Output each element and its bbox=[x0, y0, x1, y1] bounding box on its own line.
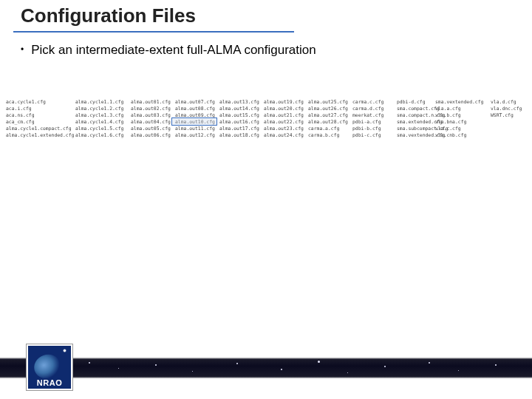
file-cell: pdbi-b.cfg bbox=[352, 126, 397, 132]
file-cell: aca.i.cfg bbox=[6, 106, 75, 112]
file-cell: alma.cycle1.compact.cfg bbox=[6, 126, 75, 132]
file-cell: alma.cycle1.4.cfg bbox=[75, 119, 131, 126]
file-cell: alma.out19.cfg bbox=[264, 99, 308, 106]
file-cell: alma.out24.cfg bbox=[264, 132, 308, 139]
file-cell: vla.bna.cfg bbox=[435, 119, 491, 126]
file-col-2: alma.out01.cfg alma.out02.cfg alma.out03… bbox=[131, 99, 175, 139]
file-cell: alma.out27.cfg bbox=[308, 112, 352, 119]
file-cell: alma.out18.cfg bbox=[219, 132, 264, 139]
file-cell: vla.a.cfg bbox=[435, 106, 491, 112]
nrao-logo: NRAO bbox=[27, 344, 72, 390]
file-cell: aca.cycle1.cfg bbox=[6, 99, 75, 106]
file-cell: alma.out01.cfg bbox=[131, 99, 175, 106]
file-cell: carma.c.cfg bbox=[352, 99, 397, 106]
file-cell: sma.compact.n.cfg bbox=[397, 112, 435, 119]
file-cell: alma.out20.cfg bbox=[264, 106, 308, 112]
file-cell: sma.compact.cfg bbox=[397, 106, 435, 112]
file-cell: alma.out22.cfg bbox=[264, 119, 308, 126]
file-cell: vla.c.cfg bbox=[435, 126, 491, 132]
title-underline bbox=[13, 31, 294, 33]
file-cell: alma.out15.cfg bbox=[219, 112, 264, 119]
file-cell: vla.cnb.cfg bbox=[435, 132, 491, 139]
file-cell: vla.b.cfg bbox=[435, 112, 491, 119]
file-cell bbox=[491, 119, 531, 126]
file-col-6: alma.out25.cfg alma.out26.cfg alma.out27… bbox=[308, 99, 352, 139]
file-cell bbox=[491, 126, 531, 132]
file-cell: alma.out26.cfg bbox=[308, 106, 352, 112]
file-cell: alma.out21.cfg bbox=[264, 112, 308, 119]
file-cell: sma.vextended.cfg bbox=[397, 132, 435, 139]
file-cell: alma.out07.cfg bbox=[175, 99, 219, 106]
file-cell: sma.extended.cfg bbox=[397, 119, 435, 126]
file-cell: alma.out14.cfg bbox=[219, 106, 264, 112]
file-cell: vla.d.cfg bbox=[491, 99, 531, 106]
file-cell: alma.cycle1.6.cfg bbox=[75, 132, 131, 139]
logo-text: NRAO bbox=[28, 378, 71, 387]
file-col-10: vla.d.cfg vla.dnc.cfg WSRT.cfg bbox=[491, 99, 531, 139]
file-col-1: alma.cycle1.1.cfg alma.cycle1.2.cfg alma… bbox=[75, 99, 131, 139]
file-cell: alma.out12.cfg bbox=[175, 132, 219, 139]
file-cell: alma.out23.cfg bbox=[264, 126, 308, 132]
file-cell: alma.out08.cfg bbox=[175, 106, 219, 112]
file-cell: carma.a.cfg bbox=[308, 126, 352, 132]
file-cell: alma.out02.cfg bbox=[131, 106, 175, 112]
logo-swirl-icon bbox=[31, 351, 64, 382]
file-cell: alma.cycle1.1.cfg bbox=[75, 99, 131, 106]
footer: NRAO bbox=[0, 344, 532, 392]
file-cell: alma.out28.cfg bbox=[308, 119, 352, 126]
file-cell: pdbi-a.cfg bbox=[352, 119, 397, 126]
file-col-4: alma.out13.cfg alma.out14.cfg alma.out15… bbox=[219, 99, 264, 139]
selection-highlight bbox=[171, 117, 217, 126]
file-listing: aca.cycle1.cfg aca.i.cfg aca.ns.cfg aca_… bbox=[6, 99, 531, 139]
file-cell: sma.vextended.cfg bbox=[435, 99, 491, 106]
file-cell: carma.d.cfg bbox=[352, 106, 397, 112]
file-cell: vla.dnc.cfg bbox=[491, 106, 531, 112]
file-col-0: aca.cycle1.cfg aca.i.cfg aca.ns.cfg aca_… bbox=[6, 99, 75, 139]
file-cell: alma.out13.cfg bbox=[219, 99, 264, 106]
file-cell: alma.out04.cfg bbox=[131, 119, 175, 126]
file-cell: alma.out11.cfg bbox=[175, 126, 219, 132]
file-cell: aca.ns.cfg bbox=[6, 112, 75, 119]
file-col-8: pdbi-d.cfg sma.compact.cfg sma.compact.n… bbox=[397, 99, 435, 139]
file-cell: meerkat.cfg bbox=[352, 112, 397, 119]
bullet-text: Pick an intermediate-extent full-ALMA co… bbox=[31, 43, 316, 58]
file-col-9: sma.vextended.cfg vla.a.cfg vla.b.cfg vl… bbox=[435, 99, 491, 139]
file-cell: pdbi-c.cfg bbox=[352, 132, 397, 139]
file-cell: alma.out06.cfg bbox=[131, 132, 175, 139]
file-cell: aca_cm.cfg bbox=[6, 119, 75, 126]
file-cell: alma.cycle1.extended.cfg bbox=[6, 132, 75, 139]
file-cell: alma.out17.cfg bbox=[219, 126, 264, 132]
file-cell: sma.subcompact.cfg bbox=[397, 126, 435, 132]
file-cell: alma.out25.cfg bbox=[308, 99, 352, 106]
file-cell: alma.cycle1.2.cfg bbox=[75, 106, 131, 112]
file-cell: WSRT.cfg bbox=[491, 112, 531, 119]
footer-band bbox=[0, 358, 532, 378]
file-cell: alma.out03.cfg bbox=[131, 112, 175, 119]
file-cell: alma.cycle1.3.cfg bbox=[75, 112, 131, 119]
bullet-line: • Pick an intermediate-extent full-ALMA … bbox=[21, 43, 316, 58]
file-col-7: carma.c.cfg carma.d.cfg meerkat.cfg pdbi… bbox=[352, 99, 397, 139]
file-cell: alma.cycle1.5.cfg bbox=[75, 126, 131, 132]
file-cell: pdbi-d.cfg bbox=[397, 99, 435, 106]
file-cell: carma.b.cfg bbox=[308, 132, 352, 139]
file-cell: alma.out16.cfg bbox=[219, 119, 264, 126]
file-cell bbox=[491, 132, 531, 139]
file-col-5: alma.out19.cfg alma.out20.cfg alma.out21… bbox=[264, 99, 308, 139]
file-cell: alma.out05.cfg bbox=[131, 126, 175, 132]
page-title: Configuration Files bbox=[21, 4, 196, 27]
bullet-dot: • bbox=[21, 44, 24, 55]
